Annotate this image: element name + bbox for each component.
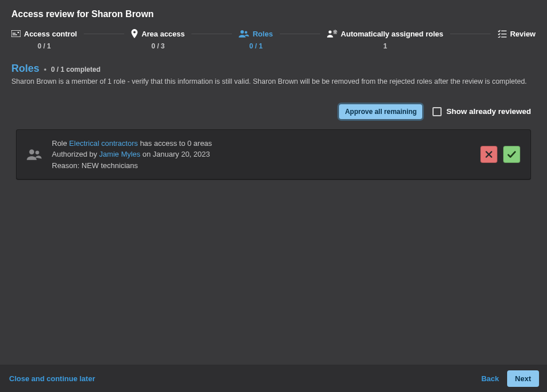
approve-button[interactable] bbox=[503, 146, 520, 163]
people-icon bbox=[27, 149, 42, 160]
badge-icon bbox=[11, 30, 21, 37]
stepper: Access control 0 / 1 Area access 0 / 3 R… bbox=[0, 24, 547, 50]
step-label: Access control bbox=[24, 30, 77, 38]
people-gear-icon bbox=[327, 30, 337, 38]
svg-rect-9 bbox=[501, 34, 507, 34]
svg-point-11 bbox=[29, 149, 34, 154]
text: on January 20, 2023 bbox=[140, 150, 210, 158]
page-title: Access review for Sharon Brown bbox=[0, 0, 547, 24]
svg-rect-2 bbox=[13, 34, 17, 35]
step-review[interactable]: Review bbox=[497, 28, 536, 39]
svg-point-4 bbox=[240, 30, 244, 34]
back-button[interactable]: Back bbox=[480, 371, 500, 386]
svg-point-3 bbox=[18, 32, 19, 34]
show-reviewed-toggle[interactable]: Show already reviewed bbox=[432, 107, 531, 116]
role-card-actions bbox=[480, 146, 520, 163]
step-area-access[interactable]: Area access 0 / 3 bbox=[131, 28, 185, 50]
section-title: Roles bbox=[11, 63, 39, 75]
step-roles[interactable]: Roles 0 / 1 bbox=[239, 28, 272, 50]
step-access-control[interactable]: Access control 0 / 1 bbox=[11, 28, 77, 50]
step-count: 0 / 3 bbox=[152, 42, 165, 50]
text: Role bbox=[52, 139, 69, 148]
role-link[interactable]: Electrical contractors bbox=[69, 139, 138, 148]
checkbox-icon bbox=[432, 107, 442, 116]
role-card-body: Role Electrical contractors has access t… bbox=[52, 138, 470, 172]
step-separator bbox=[280, 34, 320, 34]
section-description: Sharon Brown is a member of 1 role - ver… bbox=[11, 77, 536, 87]
step-count: 0 / 1 bbox=[250, 42, 263, 50]
svg-point-6 bbox=[329, 30, 332, 33]
toolbar: Approve all remaining Show already revie… bbox=[0, 87, 547, 119]
check-icon bbox=[507, 149, 517, 160]
svg-rect-10 bbox=[501, 36, 507, 37]
checklist-icon bbox=[497, 30, 507, 38]
map-pin-icon bbox=[131, 29, 138, 38]
role-card-line-3: Reason: NEW technicians bbox=[52, 160, 470, 172]
text: Authorized by bbox=[52, 150, 99, 158]
step-label: Area access bbox=[141, 30, 185, 38]
reject-button[interactable] bbox=[480, 146, 497, 163]
step-label: Review bbox=[510, 30, 536, 38]
step-separator bbox=[450, 34, 491, 34]
step-label: Roles bbox=[252, 30, 272, 38]
role-card: Role Electrical contractors has access t… bbox=[16, 129, 531, 180]
role-card-line-1: Role Electrical contractors has access t… bbox=[52, 138, 470, 149]
svg-point-5 bbox=[245, 31, 248, 34]
step-count: 0 / 1 bbox=[38, 42, 51, 50]
footer: Close and continue later Back Next bbox=[0, 365, 547, 392]
step-separator bbox=[191, 34, 232, 34]
next-button[interactable]: Next bbox=[507, 370, 539, 387]
svg-rect-8 bbox=[501, 31, 507, 31]
role-card-line-2: Authorized by Jamie Myles on January 20,… bbox=[52, 149, 470, 160]
role-list: Role Electrical contractors has access t… bbox=[0, 119, 547, 180]
svg-rect-1 bbox=[13, 33, 15, 34]
step-label: Automatically assigned roles bbox=[341, 30, 443, 38]
step-auto-roles[interactable]: Automatically assigned roles 1 bbox=[327, 28, 443, 50]
close-later-button[interactable]: Close and continue later bbox=[8, 371, 96, 386]
section-roles: Roles • 0 / 1 completed Sharon Brown is … bbox=[0, 50, 547, 87]
show-reviewed-label: Show already reviewed bbox=[446, 107, 531, 116]
text: has access to 0 areas bbox=[138, 139, 212, 148]
svg-point-12 bbox=[35, 150, 39, 154]
close-icon bbox=[484, 150, 493, 159]
authorizer-link[interactable]: Jamie Myles bbox=[99, 150, 140, 158]
approve-all-button[interactable]: Approve all remaining bbox=[339, 104, 422, 119]
people-icon bbox=[239, 30, 249, 38]
section-count: 0 / 1 completed bbox=[51, 66, 101, 74]
svg-point-7 bbox=[334, 31, 336, 33]
dot-separator: • bbox=[44, 65, 47, 74]
step-separator bbox=[84, 34, 124, 34]
step-count: 1 bbox=[383, 42, 387, 50]
